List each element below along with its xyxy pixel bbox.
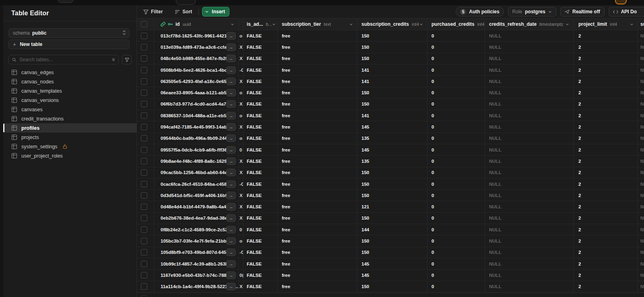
cell-extra[interactable]: 0: [239, 144, 244, 155]
sidebar-filter-button[interactable]: [122, 55, 132, 64]
row-checkbox[interactable]: [141, 112, 147, 119]
cell-limit[interactable]: 2: [574, 224, 638, 235]
cell-checkbox[interactable]: [137, 235, 154, 246]
cell-tier[interactable]: free: [278, 133, 357, 144]
chevron-down-icon[interactable]: [272, 23, 276, 26]
cell-last[interactable]: NU: [638, 64, 644, 75]
cell-extra[interactable]: X: [239, 190, 244, 201]
cell-purchased[interactable]: 0: [427, 258, 485, 269]
cell-extra[interactable]: o: [239, 110, 244, 121]
cell-checkbox[interactable]: [137, 133, 154, 144]
cell-sub_credits[interactable]: 150: [357, 247, 427, 258]
expand-row-button[interactable]: →: [226, 77, 236, 85]
cell-purchased[interactable]: 0: [427, 179, 485, 189]
cell-id[interactable]: 048c4e50-b989-455e-847e-fb2f...→: [154, 53, 239, 64]
cell-sub_credits[interactable]: 150: [357, 190, 427, 201]
cell-id[interactable]: 06f6b7d3-977d-4cd0-acd4-4a78...→: [154, 99, 239, 110]
chevron-down-icon[interactable]: [205, 10, 209, 14]
cell-tier[interactable]: free: [278, 258, 357, 269]
cell-purchased[interactable]: 0: [427, 235, 485, 246]
cell-sub_credits[interactable]: 145: [357, 270, 427, 280]
cell-extra[interactable]: -C: [239, 247, 244, 258]
cell-refresh[interactable]: NULL: [485, 121, 574, 132]
cell-tier[interactable]: free: [278, 281, 357, 292]
cell-id[interactable]: 09557f5a-0dcb-4cb9-a6fb-fff366...→: [154, 144, 239, 155]
cell-sub_credits[interactable]: 121: [357, 201, 427, 212]
chevron-down-icon[interactable]: [419, 23, 423, 26]
cell-checkbox[interactable]: [137, 224, 154, 235]
cell-checkbox[interactable]: [137, 53, 154, 64]
cell-id[interactable]: 094caf42-7185-4e45-99f3-14abee...→: [154, 121, 239, 132]
cell-id[interactable]: 09544b0c-ba9b-496a-9b09-244...→: [154, 133, 239, 144]
cell-is_admin[interactable]: FALSE: [244, 281, 278, 292]
column-header-is-admin[interactable]: is_ad... b...: [244, 19, 278, 30]
schema-select[interactable]: schema public: [8, 28, 130, 38]
cell-sub_credits[interactable]: 150: [357, 235, 427, 246]
cell-id[interactable]: 06eaee33-8905-4aaa-b121-ab552...→: [154, 87, 239, 98]
cell-last[interactable]: NU: [638, 258, 644, 269]
expand-row-button[interactable]: →: [226, 55, 236, 62]
row-checkbox[interactable]: [141, 67, 147, 73]
cell-purchased[interactable]: 0: [427, 281, 485, 292]
cell-refresh[interactable]: NULL: [485, 144, 574, 155]
cell-id[interactable]: 09cac5bb-1256-46bd-ab60-64ed...→: [154, 167, 239, 178]
cell-tier[interactable]: free: [278, 42, 357, 52]
column-header-truncated[interactable]: [239, 19, 244, 30]
cell-tier[interactable]: free: [278, 213, 357, 224]
cell-is_admin[interactable]: FALSE: [244, 156, 278, 166]
column-header-credits-refresh-date[interactable]: credits_refresh_date timestamptz: [485, 19, 574, 30]
role-select[interactable]: Role postgres: [508, 7, 556, 17]
cell-id[interactable]: 0d3d541d-bf5c-459f-a406-16b93...→: [154, 190, 239, 201]
cell-limit[interactable]: 2: [574, 133, 638, 144]
cell-refresh[interactable]: NULL: [485, 258, 574, 269]
cell-refresh[interactable]: NULL: [485, 213, 574, 224]
row-checkbox[interactable]: [141, 44, 147, 50]
cell-tier[interactable]: free: [278, 121, 357, 132]
cell-tier[interactable]: free: [278, 144, 357, 155]
cell-is_admin[interactable]: FALSE: [244, 76, 278, 87]
cell-limit[interactable]: 2: [574, 110, 638, 121]
sidebar-item-canvas_versions[interactable]: canvas_versions: [3, 96, 137, 105]
cell-id[interactable]: 11a114cb-1a4c-49f4-9b28-52219ec...→: [154, 281, 239, 292]
row-checkbox[interactable]: [141, 55, 147, 62]
cell-sub_credits[interactable]: 150: [357, 99, 427, 110]
cell-id[interactable]: 105d8bf9-e703-49bd-807d-645e...→: [154, 247, 239, 258]
cell-checkbox[interactable]: [137, 179, 154, 189]
cell-refresh[interactable]: NULL: [485, 156, 574, 166]
cell-last[interactable]: NU: [638, 167, 644, 178]
cell-sub_credits[interactable]: 145: [357, 121, 427, 132]
row-checkbox[interactable]: [141, 261, 147, 267]
cell-tier[interactable]: free: [278, 110, 357, 121]
cell-checkbox[interactable]: [137, 281, 154, 292]
row-checkbox[interactable]: [141, 33, 147, 39]
cell-extra[interactable]: X: [239, 99, 244, 110]
cell-tier[interactable]: free: [278, 53, 357, 64]
cell-last[interactable]: NU: [638, 121, 644, 132]
expand-row-button[interactable]: →: [226, 271, 236, 279]
cell-checkbox[interactable]: [137, 30, 154, 41]
cell-sub_credits[interactable]: 141: [357, 110, 427, 121]
cell-purchased[interactable]: 0: [427, 64, 485, 75]
cell-purchased[interactable]: 0: [427, 110, 485, 121]
cell-last[interactable]: NU: [638, 179, 644, 189]
auth-policies-button[interactable]: 5 Auth policies: [456, 7, 504, 17]
cell-is_admin[interactable]: FALSE: [244, 201, 278, 212]
cell-id[interactable]: 013e039a-fd89-473a-a3c6-ccfa9...→: [154, 42, 239, 52]
cell-checkbox[interactable]: [137, 87, 154, 98]
cell-purchased[interactable]: 0: [427, 30, 485, 41]
cell-purchased[interactable]: 0: [427, 270, 485, 280]
cell-limit[interactable]: 2: [574, 247, 638, 258]
expand-row-button[interactable]: →: [226, 249, 236, 256]
expand-row-button[interactable]: →: [226, 66, 236, 74]
cell-checkbox[interactable]: [137, 42, 154, 52]
sidebar-item-profiles[interactable]: profiles: [3, 123, 137, 133]
cell-extra[interactable]: X: [239, 167, 244, 178]
cell-is_admin[interactable]: FALSE: [244, 144, 278, 155]
cell-id[interactable]: 0d48e4d4-b1bf-4479-9a8b-4a4b...→: [154, 201, 239, 212]
cell-sub_credits[interactable]: 150: [357, 30, 427, 41]
column-header-id[interactable]: id uuid: [154, 19, 239, 30]
cell-is_admin[interactable]: FALSE: [244, 99, 278, 110]
cell-tier[interactable]: free: [278, 156, 357, 166]
cell-checkbox[interactable]: [137, 156, 154, 166]
cell-refresh[interactable]: NULL: [485, 179, 574, 189]
